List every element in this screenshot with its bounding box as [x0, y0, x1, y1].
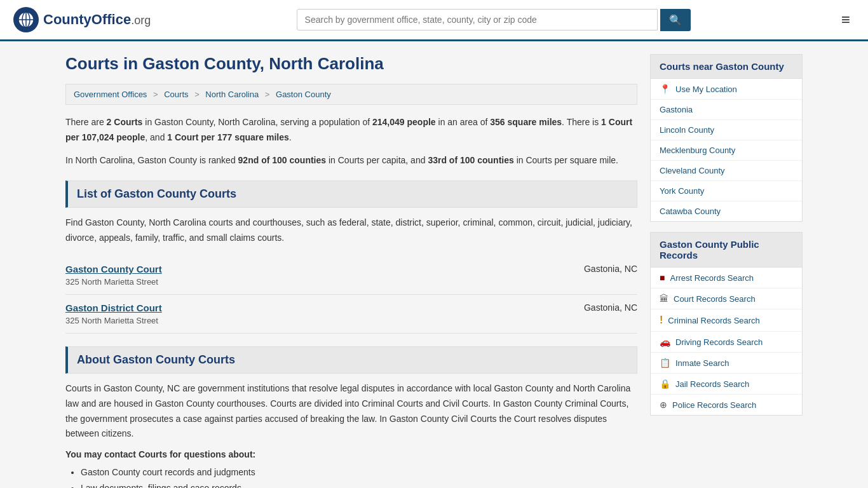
arrest-records-link[interactable]: Arrest Records Search — [670, 273, 754, 283]
court-records-link[interactable]: Court Records Search — [674, 294, 756, 304]
search-button[interactable]: 🔍 — [660, 9, 691, 31]
inmate-search-link[interactable]: Inmate Search — [675, 358, 729, 368]
public-records-section: Gaston County Public Records ■ Arrest Re… — [650, 232, 803, 416]
courts-near-header: Courts near Gaston County — [651, 55, 802, 79]
breadcrumb-government-offices[interactable]: Government Offices — [74, 90, 147, 99]
breadcrumb-courts[interactable]: Courts — [164, 90, 188, 99]
criminal-records-icon: ! — [660, 315, 663, 326]
gastonia-link[interactable]: Gastonia — [660, 105, 693, 114]
lincoln-county-link[interactable]: Lincoln County — [660, 125, 714, 135]
breadcrumb-north-carolina[interactable]: North Carolina — [205, 90, 259, 99]
breadcrumb-gaston-county[interactable]: Gaston County — [276, 90, 331, 99]
search-input[interactable] — [297, 9, 658, 30]
rank-capita: 92nd of 100 counties — [238, 155, 326, 165]
stats-paragraph-2: In North Carolina, Gaston County is rank… — [65, 153, 637, 168]
header: CountyOffice.org 🔍 ≡ — [0, 0, 868, 41]
sidebar-jail-records[interactable]: 🔒 Jail Records Search — [651, 374, 802, 395]
use-my-location-link[interactable]: Use My Location — [675, 85, 737, 94]
court-item-2: Gaston District Court Gastonia, NC 325 N… — [65, 295, 637, 334]
sidebar-inmate-search[interactable]: 📋 Inmate Search — [651, 353, 802, 374]
court-records-icon: 🏛 — [660, 294, 668, 304]
area: 356 square miles — [490, 117, 562, 127]
courts-count: 2 Courts — [107, 117, 143, 127]
sidebar-item-cleveland-county[interactable]: Cleveland County — [651, 161, 802, 181]
sidebar-item-mecklenburg-county[interactable]: Mecklenburg County — [651, 140, 802, 161]
rank-sqmile: 33rd of 100 counties — [428, 155, 513, 165]
courts-near-section: Courts near Gaston County 📍 Use My Locat… — [650, 54, 803, 222]
jail-records-link[interactable]: Jail Records Search — [675, 379, 749, 389]
court-city-1: Gastonia, NC — [584, 264, 637, 274]
arrest-icon: ■ — [660, 273, 665, 283]
main-content: Courts in Gaston County, North Carolina … — [65, 54, 637, 488]
sidebar-item-lincoln-county[interactable]: Lincoln County — [651, 120, 802, 140]
inmate-search-icon: 📋 — [660, 358, 670, 368]
contact-bullet-list: Gaston County court records and judgment… — [81, 464, 637, 488]
sidebar-police-records[interactable]: ⊕ Police Records Search — [651, 395, 802, 415]
breadcrumb-sep-3: > — [265, 90, 270, 99]
header-right: ≡ — [836, 8, 855, 31]
criminal-records-link[interactable]: Criminal Records Search — [668, 316, 760, 325]
driving-records-link[interactable]: Driving Records Search — [675, 337, 763, 347]
york-county-link[interactable]: York County — [660, 186, 704, 196]
court-item-1: Gaston County Court Gastonia, NC 325 Nor… — [65, 256, 637, 295]
police-records-link[interactable]: Police Records Search — [672, 400, 756, 410]
contact-header: You may contact Courts for questions abo… — [65, 449, 637, 459]
mecklenburg-county-link[interactable]: Mecklenburg County — [660, 146, 735, 155]
court-address-1: 325 North Marietta Street — [65, 277, 637, 287]
logo-icon — [13, 6, 39, 33]
location-icon: 📍 — [660, 84, 670, 94]
sidebar-item-catawba-county[interactable]: Catawba County — [651, 201, 802, 221]
main-container: Courts in Gaston County, North Carolina … — [53, 41, 815, 488]
search-area: 🔍 — [297, 9, 691, 31]
court-per-miles: 1 Court per 177 square miles — [167, 132, 288, 142]
list-description: Find Gaston County, North Carolina court… — [65, 215, 637, 246]
bullet-item-1: Gaston County court records and judgment… — [81, 464, 637, 480]
jail-records-icon: 🔒 — [660, 379, 670, 389]
search-icon: 🔍 — [669, 15, 682, 25]
court-name-2[interactable]: Gaston District Court — [65, 302, 162, 313]
stats-paragraph-1: There are 2 Courts in Gaston County, Nor… — [65, 115, 637, 146]
hamburger-icon: ≡ — [841, 11, 850, 28]
police-records-icon: ⊕ — [660, 400, 667, 410]
breadcrumb-sep-1: > — [153, 90, 158, 99]
sidebar-item-york-county[interactable]: York County — [651, 181, 802, 201]
court-city-2: Gastonia, NC — [584, 302, 637, 313]
sidebar-use-my-location[interactable]: 📍 Use My Location — [651, 79, 802, 100]
sidebar-arrest-records[interactable]: ■ Arrest Records Search — [651, 268, 802, 288]
logo-area: CountyOffice.org — [13, 6, 151, 33]
sidebar-court-records[interactable]: 🏛 Court Records Search — [651, 288, 802, 309]
logo-text: CountyOffice.org — [43, 11, 151, 28]
sidebar: Courts near Gaston County 📍 Use My Locat… — [650, 54, 803, 488]
court-address-2: 325 North Marietta Street — [65, 316, 637, 325]
population: 214,049 people — [372, 117, 436, 127]
list-section-header: List of Gaston County Courts — [65, 180, 637, 208]
sidebar-criminal-records[interactable]: ! Criminal Records Search — [651, 309, 802, 332]
public-records-header: Gaston County Public Records — [651, 233, 802, 268]
driving-records-icon: 🚗 — [660, 337, 670, 347]
breadcrumb: Government Offices > Courts > North Caro… — [65, 84, 637, 105]
cleveland-county-link[interactable]: Cleveland County — [660, 166, 725, 175]
breadcrumb-sep-2: > — [194, 90, 200, 99]
menu-button[interactable]: ≡ — [836, 8, 855, 31]
about-text: Courts in Gaston County, NC are governme… — [65, 381, 637, 442]
court-item-1-header: Gaston County Court Gastonia, NC — [65, 264, 637, 274]
sidebar-item-gastonia[interactable]: Gastonia — [651, 100, 802, 120]
court-name-1[interactable]: Gaston County Court — [65, 264, 162, 274]
court-item-2-header: Gaston District Court Gastonia, NC — [65, 302, 637, 313]
catawba-county-link[interactable]: Catawba County — [660, 207, 721, 216]
page-title: Courts in Gaston County, North Carolina — [65, 54, 637, 74]
sidebar-driving-records[interactable]: 🚗 Driving Records Search — [651, 332, 802, 353]
bullet-item-2: Law documents, filings and case records — [81, 480, 637, 488]
about-section-header: About Gaston County Courts — [65, 346, 637, 374]
